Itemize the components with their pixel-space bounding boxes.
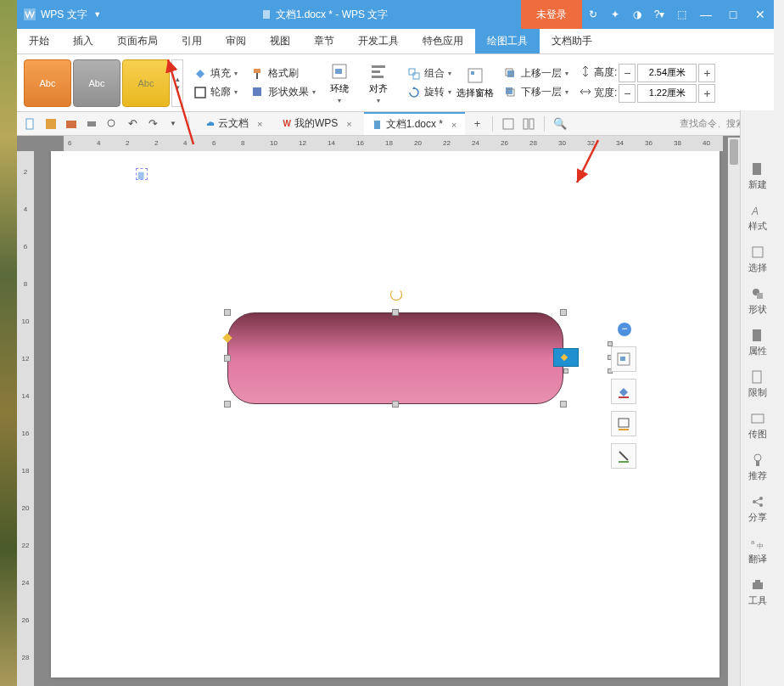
wrap-button[interactable]: 环绕▾ <box>321 62 358 104</box>
save-icon[interactable] <box>42 115 59 132</box>
svg-rect-37 <box>753 247 763 257</box>
add-icon[interactable]: ✦ <box>604 0 626 29</box>
sidebar-shape[interactable]: 形状 <box>748 286 767 316</box>
group-button[interactable]: 组合▾ <box>404 65 455 82</box>
rotate-button[interactable]: 旋转▾ <box>404 84 455 101</box>
rounded-rectangle-shape[interactable] <box>227 312 563 404</box>
svg-rect-42 <box>752 414 764 423</box>
sidebar-style[interactable]: A样式 <box>748 203 767 233</box>
app-menu-caret[interactable]: ▼ <box>92 10 103 19</box>
height-minus[interactable]: − <box>619 64 636 82</box>
shape-effects-button[interactable]: 形状效果▾ <box>248 84 319 101</box>
align-button[interactable]: 对齐▾ <box>360 62 397 104</box>
resize-handle[interactable] <box>224 401 231 408</box>
svg-rect-39 <box>757 293 763 299</box>
open-icon[interactable] <box>63 115 80 132</box>
resize-handle[interactable] <box>392 309 399 316</box>
resize-handle[interactable] <box>224 355 231 362</box>
sidebar-recommend[interactable]: 推荐 <box>748 453 767 482</box>
maximize-button[interactable]: □ <box>720 0 747 29</box>
resize-handle[interactable] <box>224 309 231 316</box>
width-minus[interactable]: − <box>619 84 636 103</box>
sidebar-translate[interactable]: a中翻译 <box>748 536 767 565</box>
skin-icon[interactable]: ◑ <box>626 0 648 29</box>
menu-devtools[interactable]: 开发工具 <box>346 29 411 53</box>
shape-style-1[interactable]: Abc <box>24 59 71 107</box>
sidebar-new[interactable]: 新建 <box>748 161 767 191</box>
redo-icon[interactable]: ↷ <box>144 115 161 132</box>
close-icon[interactable]: × <box>346 119 351 129</box>
help-icon[interactable]: ?▾ <box>648 0 670 29</box>
menu-insert[interactable]: 插入 <box>61 29 105 53</box>
login-button[interactable]: 未登录 <box>521 0 582 29</box>
new-tab-button[interactable]: + <box>468 115 485 132</box>
menu-drawing-tools[interactable]: 绘图工具 <box>475 29 540 53</box>
title-bar: WPS 文字 ▼ 文档1.docx * - WPS 文字 未登录 ↻ ✦ ◑ ?… <box>17 0 774 29</box>
sync-icon[interactable]: ↻ <box>582 0 604 29</box>
rotation-handle[interactable] <box>390 289 402 301</box>
view-mode-1-icon[interactable] <box>500 115 517 132</box>
menu-doc-helper[interactable]: 文档助手 <box>540 29 604 53</box>
menu-ref[interactable]: 引用 <box>170 29 214 53</box>
paragraph-mark-icon <box>136 168 148 180</box>
fill-option-icon[interactable] <box>611 379 636 404</box>
resize-handle[interactable] <box>560 401 567 408</box>
resize-handle[interactable] <box>392 401 399 408</box>
width-plus[interactable]: + <box>698 84 715 103</box>
menu-pagelayout[interactable]: 页面布局 <box>105 29 170 53</box>
send-backward-button[interactable]: 下移一层▾ <box>501 84 572 101</box>
svg-rect-40 <box>753 329 761 341</box>
menu-section[interactable]: 章节 <box>302 29 346 53</box>
minimize-button[interactable]: — <box>692 0 720 29</box>
view-mode-2-icon[interactable] <box>520 115 537 132</box>
resize-handle[interactable] <box>560 309 567 316</box>
horizontal-ruler[interactable]: 642246810121416182022242628303234363840 <box>17 136 774 151</box>
close-icon[interactable]: × <box>451 120 456 130</box>
height-plus[interactable]: + <box>698 64 715 82</box>
sidebar-select[interactable]: 选择 <box>748 245 767 274</box>
close-icon[interactable]: × <box>257 119 262 129</box>
new-doc-icon[interactable] <box>22 115 39 132</box>
menu-review[interactable]: 审阅 <box>214 29 258 53</box>
format-painter-button[interactable]: 格式刷 <box>248 65 319 82</box>
menu-special[interactable]: 特色应用 <box>411 29 475 53</box>
ribbon-toolbar: Abc Abc Abc ▴▾ 填充▾ 轮廓▾ 格式刷 形状效果▾ 环绕▾ 对齐▾… <box>17 54 774 112</box>
outline-option-icon[interactable] <box>611 411 636 436</box>
height-label: 高度: <box>594 65 617 80</box>
right-sidebar: 新建 A样式 选择 形状 属性 限制 传图 推荐 分享 a中翻译 工具 <box>740 110 774 686</box>
search-icon[interactable]: 🔍 <box>552 115 568 132</box>
height-input[interactable] <box>637 64 697 82</box>
sidebar-upload-image[interactable]: 传图 <box>748 411 767 441</box>
sidebar-share[interactable]: 分享 <box>748 494 767 524</box>
menu-view[interactable]: 视图 <box>258 29 302 53</box>
shape-style-2[interactable]: Abc <box>73 59 120 107</box>
wrap-option-icon[interactable] <box>611 346 636 372</box>
resize-handle[interactable] <box>563 368 568 374</box>
vertical-ruler[interactable]: 246810121416182022242628 <box>17 151 34 686</box>
print-preview-icon[interactable] <box>104 115 120 132</box>
remove-icon[interactable]: − <box>618 323 631 336</box>
sidebar-props[interactable]: 属性 <box>748 328 767 357</box>
print-icon[interactable] <box>83 115 100 132</box>
undo-icon[interactable]: ↶ <box>124 115 141 132</box>
tab-my-wps[interactable]: W我的WPS× <box>274 112 360 135</box>
width-input[interactable] <box>637 84 697 103</box>
menu-start[interactable]: 开始 <box>17 29 61 53</box>
tab-document[interactable]: 文档1.docx *× <box>364 112 466 135</box>
annotation-arrow-1 <box>160 51 210 156</box>
svg-rect-20 <box>46 119 56 129</box>
vertical-scrollbar[interactable] <box>728 138 740 686</box>
effects-option-icon[interactable] <box>611 443 636 469</box>
collapse-ribbon-icon[interactable]: ⬚ <box>670 0 692 29</box>
svg-rect-32 <box>619 419 629 427</box>
selection-pane-button[interactable]: 选择窗格 <box>456 66 494 99</box>
svg-rect-1 <box>263 10 270 19</box>
window-title: 文档1.docx * - WPS 文字 <box>262 8 389 22</box>
sidebar-tools[interactable]: 工具 <box>748 577 767 607</box>
selected-shape[interactable] <box>227 312 575 411</box>
close-button[interactable]: ✕ <box>747 0 774 29</box>
bring-forward-button[interactable]: 上移一层▾ <box>501 65 572 82</box>
svg-rect-28 <box>138 172 144 180</box>
secondary-shape[interactable] <box>553 348 594 367</box>
sidebar-restrict[interactable]: 限制 <box>748 369 767 399</box>
